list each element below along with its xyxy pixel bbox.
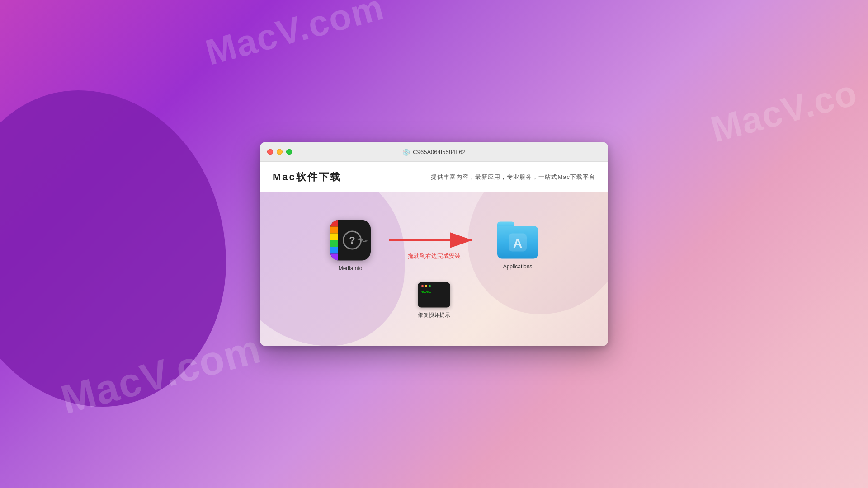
applications-folder-icon[interactable]: A [497, 221, 538, 258]
stripe-green [330, 240, 338, 247]
window-title-text: C965A064f5584F62 [413, 149, 465, 155]
app-icon-container: ? MediaInfo [330, 220, 371, 271]
exec-title-bar [421, 285, 447, 287]
window-title: 💿 C965A064f5584F62 [402, 148, 465, 155]
install-arrow: 拖动到右边完成安装 [389, 231, 479, 260]
close-button[interactable] [267, 149, 273, 155]
titlebar: 💿 C965A064f5584F62 [260, 142, 608, 162]
exec-icon[interactable]: exec [418, 282, 450, 307]
question-mark-symbol: ? [349, 234, 355, 246]
sound-wave-svg [355, 233, 368, 247]
installer-window: 💿 C965A064f5584F62 Mac软件下载 提供丰富内容，最新应用，专… [260, 142, 608, 346]
stripe-orange [330, 226, 338, 233]
arrow-svg [389, 231, 479, 249]
sound-waves [355, 234, 368, 246]
applications-folder-container: A Applications [497, 221, 538, 269]
minimize-button[interactable] [277, 149, 283, 155]
dmg-content: ? MediaInfo [260, 192, 608, 346]
app-name-label: MediaInfo [339, 265, 363, 271]
svg-text:A: A [513, 236, 522, 250]
stripe-blue [330, 247, 338, 253]
stripe-yellow [330, 233, 338, 240]
exec-dot-red [421, 285, 424, 287]
exec-row: exec 修复损坏提示 [418, 282, 450, 319]
exec-dot-yellow [425, 285, 427, 287]
exec-text: exec [421, 289, 447, 294]
maximize-button[interactable] [286, 149, 292, 155]
stripe-purple [330, 253, 338, 260]
disk-icon: 💿 [402, 148, 410, 155]
rainbow-stripes [330, 220, 338, 260]
site-subtitle: 提供丰富内容，最新应用，专业服务，一站式Mac下载平台 [431, 173, 595, 181]
exec-dot-green [429, 285, 431, 287]
exec-label-text: 修复损坏提示 [418, 311, 450, 319]
install-arrow-row: ? MediaInfo [330, 220, 538, 271]
traffic-lights [267, 149, 292, 155]
site-title: Mac软件下载 [273, 170, 341, 184]
applications-a-icon: A [508, 232, 528, 252]
install-instruction-text: 拖动到右边完成安装 [408, 252, 461, 260]
window-header: Mac软件下载 提供丰富内容，最新应用，专业服务，一站式Mac下载平台 [260, 162, 608, 192]
mediainfo-icon[interactable]: ? [330, 220, 371, 260]
folder-body: A [497, 226, 538, 258]
applications-label: Applications [503, 263, 533, 269]
stripe-red [330, 220, 338, 226]
